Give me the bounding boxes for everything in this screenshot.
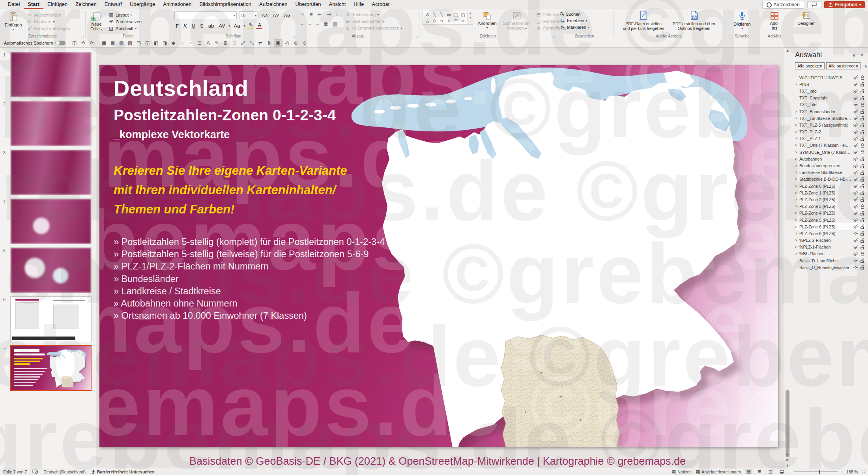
new-slide-button[interactable]: Neue Folie ▾ (89, 11, 104, 32)
slide-thumbnail-1[interactable] (10, 52, 92, 97)
lock-toggle[interactable] (859, 150, 866, 155)
shrink-font-button[interactable]: A˅ (271, 13, 280, 19)
expander-icon[interactable]: > (795, 184, 799, 188)
slide-thumbnail-6[interactable] (10, 296, 92, 342)
qat-resize-icon[interactable]: ⤢ (239, 39, 247, 47)
find-button[interactable]: Suchen (559, 12, 610, 17)
menu-start[interactable]: Start (24, 0, 43, 9)
visibility-toggle[interactable] (852, 217, 859, 223)
lock-toggle[interactable] (859, 190, 866, 195)
next-slide-button[interactable]: ≫ (784, 458, 791, 462)
slide[interactable]: Deutschland Postleitzahlen-Zonen 0-1-2-3… (99, 65, 778, 447)
layer-item[interactable]: >PLZ-Zone 9 (PLZ5) (795, 230, 866, 237)
visibility-toggle[interactable] (852, 258, 859, 263)
reset-button[interactable]: 🗗Zurücksetzen (108, 19, 142, 24)
autosave-toggle[interactable]: Automatisches Speichern (4, 41, 65, 45)
visibility-toggle[interactable] (852, 231, 859, 236)
clear-format-button[interactable]: A⌀ (283, 13, 292, 19)
shape-icon-3[interactable]: ▭ (445, 12, 452, 18)
layer-item[interactable]: TXT_Info (795, 88, 866, 94)
lock-toggle[interactable] (859, 122, 866, 127)
expander-icon[interactable]: > (795, 225, 799, 229)
text-shadow-button[interactable]: S (199, 23, 205, 29)
share-button[interactable]: Freigeben ▾ (824, 1, 865, 8)
arrange-button[interactable]: Anordnen ▾ (476, 11, 498, 31)
smartart-button[interactable]: ⧈In SmartArt konvertieren▾ (345, 25, 402, 31)
highlight-button[interactable]: ✎ (247, 22, 254, 29)
shape-icon-11[interactable]: ☆ (460, 18, 466, 24)
qat-target-icon[interactable]: ◎ (283, 39, 291, 47)
visibility-toggle[interactable] (852, 136, 859, 141)
lock-toggle[interactable] (859, 88, 866, 94)
zoom-slider[interactable]: − + (789, 469, 842, 474)
pane-options-icon[interactable]: ∨ (850, 52, 858, 58)
expander-icon[interactable]: > (795, 82, 799, 86)
lock-toggle[interactable] (859, 170, 866, 175)
visibility-toggle[interactable] (852, 265, 859, 270)
lock-toggle[interactable] (859, 197, 866, 202)
shape-icon-1[interactable]: ╲ (431, 12, 438, 18)
lock-toggle[interactable] (859, 109, 866, 114)
visibility-toggle[interactable] (852, 177, 859, 182)
copy-button[interactable]: ⧉Kopieren▾ (26, 19, 70, 24)
slide-thumbnail-2[interactable] (10, 101, 92, 146)
expander-icon[interactable]: > (795, 245, 799, 249)
layer-item[interactable]: >TXT_Bundesländer (795, 108, 866, 115)
text-direction-button[interactable]: ⇕Textrichtung▾ (345, 12, 402, 17)
slide-thumbnail-5[interactable] (10, 247, 92, 293)
qat-half-left-icon[interactable]: ◧ (152, 39, 160, 47)
addins-button[interactable]: Add-Ins (763, 11, 786, 31)
visibility-toggle[interactable] (852, 163, 859, 168)
grow-font-button[interactable]: A˄ (260, 13, 269, 19)
qat-grid-icon[interactable]: ▦ (100, 39, 108, 47)
align-icon-0[interactable]: ≡ (299, 21, 305, 27)
qat-plus-box-icon[interactable]: ⊞ (222, 39, 230, 47)
show-all-button[interactable]: Alle anzeigen (795, 62, 825, 69)
visibility-toggle[interactable] (852, 197, 859, 202)
shape-icon-8[interactable]: ⇨ (438, 18, 445, 24)
qat-half-right-icon[interactable]: ◨ (161, 39, 169, 47)
expander-icon[interactable]: > (795, 191, 799, 195)
qat-undo-icon[interactable]: ⟲ (79, 39, 87, 47)
layer-item[interactable]: Basis_D_Landfläche (795, 257, 866, 264)
zoom-in-icon[interactable]: + (840, 469, 842, 474)
shape-icon-4[interactable]: ◯ (453, 12, 459, 18)
layer-item[interactable]: Basis_D_Hoheitsgewässer (795, 264, 866, 271)
paste-button[interactable]: Einfügen ▾ (3, 11, 23, 32)
lock-toggle[interactable] (859, 143, 866, 148)
layer-item[interactable]: >Autobahnen (795, 155, 866, 162)
lock-toggle[interactable] (859, 136, 866, 141)
shape-icon-6[interactable]: △ (424, 18, 431, 24)
layer-item[interactable]: >TXT_PLZ-5 (ausgewählte) (795, 122, 866, 128)
font-size-combo[interactable]: 16▾ (239, 11, 258, 19)
qat-crop-icon[interactable]: ◳ (135, 39, 143, 47)
align-icon-4[interactable]: ▥ (332, 21, 339, 27)
previous-slide-button[interactable]: ≪ (784, 453, 791, 456)
zoom-out-icon[interactable]: − (789, 469, 792, 474)
expander-icon[interactable]: > (795, 198, 799, 202)
char-spacing-button[interactable]: AV (217, 23, 226, 29)
qat-text-icon[interactable]: A (204, 39, 212, 47)
record-button[interactable]: Aufzeichnen (762, 1, 804, 9)
scrollbar-thumb[interactable] (786, 390, 789, 457)
layer-item[interactable]: >TXT_Landkreise-Stadtkreise (795, 115, 866, 122)
qat-redo-icon[interactable]: ⟳ (88, 39, 96, 47)
format-painter-button[interactable]: 🖌Format übertragen (26, 26, 70, 31)
visibility-toggle[interactable] (852, 129, 859, 135)
qat-corner-icon[interactable]: ◱ (144, 39, 152, 47)
dictate-button[interactable]: Diktieren ▾ (728, 11, 757, 32)
display-settings-button[interactable]: ▦Anzeigeeinstellungen (696, 469, 741, 475)
menu-einfügen[interactable]: Einfügen (43, 0, 71, 9)
menu-hilfe[interactable]: Hilfe (350, 0, 368, 9)
lock-toggle[interactable] (859, 217, 866, 223)
lock-toggle[interactable] (859, 129, 866, 135)
qat-diamond-icon[interactable]: ◆ (170, 39, 178, 47)
menu-übergänge[interactable]: Übergänge (126, 0, 159, 9)
visibility-toggle[interactable] (852, 211, 859, 216)
slide-thumbnail-3[interactable] (10, 150, 92, 195)
visibility-toggle[interactable] (852, 122, 859, 127)
layer-item[interactable]: >PLZ-Zone 4 (PLZ5) (795, 210, 866, 217)
lock-toggle[interactable] (859, 102, 866, 107)
expander-icon[interactable]: > (795, 150, 799, 154)
expander-icon[interactable]: > (795, 211, 799, 215)
